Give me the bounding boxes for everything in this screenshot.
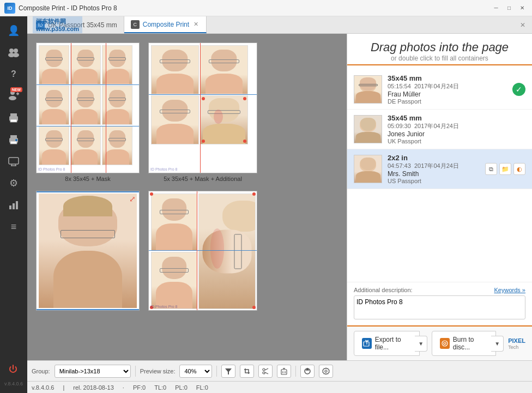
burn-dropdown-arrow[interactable]: ▼ [491,336,504,352]
cell-3-3 [102,126,132,165]
svg-line-29 [265,368,268,370]
photo-group-1-container: ID Photos Pro 8 8x 35x45 + Mask [36,43,140,182]
content-area: ID UK Passport 35x45 mm C Composite Prin… [27,16,532,393]
tab-composite-close[interactable]: ✕ [192,21,200,28]
close-button[interactable]: ✕ [517,3,528,13]
sidebar-item-person[interactable]: 👤 [4,21,23,40]
crop-btn[interactable] [240,365,254,378]
svg-rect-31 [281,370,287,374]
photo-info-3: 2x2 in 04:57:43 2017年04月24日 Mrs. Smith U… [388,154,480,184]
desc-header: Additional description: Keywords » [354,287,525,293]
burn-button[interactable]: Burn to disc... [432,331,496,356]
g4-cell-2 [151,252,197,309]
svg-rect-20 [13,203,15,209]
sidebar-bottom: v.8.4.0.6 [3,359,24,389]
export-dropdown-arrow[interactable]: ▼ [415,336,427,352]
burn-group: Burn to disc... ▼ [432,331,504,356]
tab-composite[interactable]: C Composite Print ✕ [124,16,207,33]
group4-grid [151,194,255,309]
svg-rect-10 [10,119,17,122]
minimize-button[interactable]: ─ [491,3,501,13]
svg-point-36 [325,370,327,372]
sidebar-item-chart[interactable] [4,195,23,215]
version-sep: | [63,384,64,391]
photo-group-2[interactable]: ID Photos Pro 8 [148,43,257,173]
export-button[interactable]: Export to file... [354,331,420,356]
resize-handle-tl[interactable] [202,97,205,100]
color-action-btn[interactable]: ◐ [513,163,525,175]
export-label: Export to file... [375,336,412,351]
passport-tab-icon: ID [36,21,45,29]
version-status: v.8.4.0.6 [32,384,54,391]
group2-cell-additional [200,95,248,144]
canvas-toolbar: Group: Minilab->13x18A410x15 Preview siz… [27,360,532,381]
sidebar-item-new[interactable]: NEW [4,86,23,106]
drag-title: Drag photos into the page [356,40,523,55]
preview-select[interactable]: 20%40%60%80%100% [179,365,212,378]
pixel-tech-logo: PIXEL Tech [508,337,525,350]
svg-point-1 [14,49,18,53]
photo-list-item-1[interactable]: 35x45 mm 05:15:54 2017年04月24日 Frau Mülle… [347,70,532,110]
spin-btn[interactable] [300,365,315,378]
photo-info-1: 35x45 mm 05:15:54 2017年04月24日 Frau Mülle… [388,74,507,105]
additional-desc-input[interactable]: ID Photos Pro 8 [354,295,525,319]
export-group: Export to file... ▼ [354,331,427,356]
logo-text: ID [8,5,13,11]
svg-point-3 [13,53,19,57]
canvas-scroll[interactable]: ID Photos Pro 8 8x 35x45 + Mask [27,34,347,360]
resize-handle-br[interactable] [243,140,246,143]
svg-point-27 [263,368,265,371]
settings-btn[interactable] [319,365,333,378]
canvas-area: ID Photos Pro 8 8x 35x45 + Mask [27,34,532,360]
svg-rect-22 [364,342,369,346]
sidebar-item-print[interactable] [4,108,23,128]
window-controls: ─ □ ✕ [491,3,528,13]
power-button[interactable] [3,359,23,379]
keywords-link[interactable]: Keywords » [494,287,525,293]
maximize-button[interactable]: □ [504,3,515,13]
titlebar: ID Composite Print - ID Photos Pro 8 ─ □… [0,0,532,16]
handle-br[interactable] [252,306,256,309]
fl-status: FL:0 [196,384,208,391]
sidebar-item-group[interactable] [4,43,23,62]
burn-icon [440,338,450,349]
copy-action-btn[interactable]: ⧉ [485,163,497,175]
tab-passport[interactable]: ID UK Passport 35x45 mm [29,16,124,33]
handle-bl[interactable] [150,306,153,309]
right-panel-header: Drag photos into the page or double clic… [347,34,532,65]
sidebar-item-color-print[interactable] [4,130,23,149]
sidebar-item-help[interactable]: ? [4,64,23,84]
preview-label: Preview size: [140,368,176,374]
handle-tl[interactable] [150,192,153,196]
scissors-btn[interactable] [258,365,273,378]
folder-action-btn[interactable]: 📁 [499,163,511,175]
photo-list-item-3[interactable]: 2x2 in 04:57:43 2017年04月24日 Mrs. Smith U… [347,149,532,189]
sidebar-item-menu[interactable]: ≡ [4,217,23,237]
delete-btn[interactable] [277,365,291,378]
svg-rect-12 [10,135,17,138]
resize-icon[interactable]: ⤢ [129,195,136,203]
svg-point-24 [442,341,448,346]
handle-tr[interactable] [252,192,256,196]
resize-handle-tr[interactable] [243,97,246,100]
sidebar-item-settings[interactable]: ⚙ [4,173,23,193]
photo-group-3[interactable]: ⤢ [36,191,140,311]
resize-handle-bl[interactable] [202,140,205,143]
svg-point-25 [444,342,446,344]
svg-rect-13 [10,141,17,144]
group-select[interactable]: Minilab->13x18A410x15 [55,365,131,378]
tab-close-all[interactable]: ✕ [516,19,530,31]
svg-marker-26 [225,368,232,374]
photo-group-1[interactable]: ID Photos Pro 8 [36,43,140,173]
additional-desc-label: Additional description: [354,287,413,293]
photo-list-item-2[interactable]: 35x45 mm 05:09:30 2017年04月24日 Jones Juni… [347,110,532,149]
sidebar-item-monitor[interactable] [4,152,23,171]
tl-status: TL:0 [154,384,166,391]
photo-datetime-3: 04:57:43 2017年04月24日 [388,162,480,170]
export-icon [362,338,372,349]
cell-1-1 [39,45,69,84]
watermark-1: ID Photos Pro 8 [38,167,65,171]
photo-group-4[interactable]: ID Photos Pro 8 [148,191,257,311]
photo-thumb-3 [354,155,382,183]
filter-btn[interactable] [221,365,235,378]
